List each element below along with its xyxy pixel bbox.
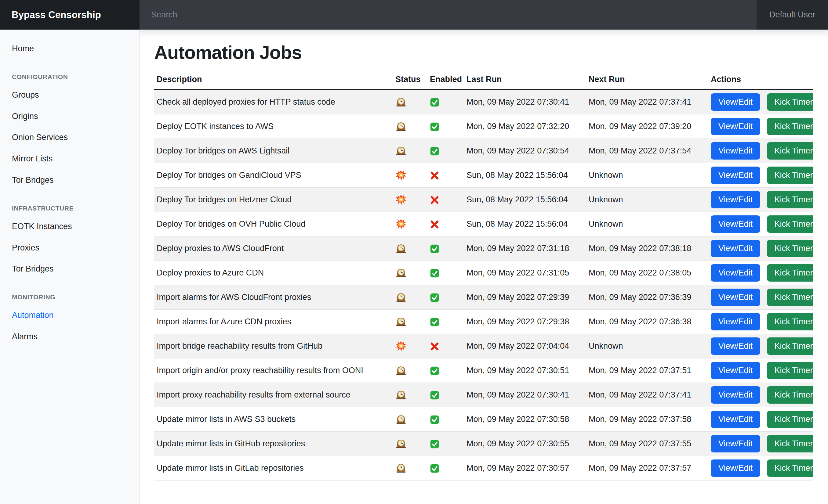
view-edit-button[interactable]: View/Edit <box>711 289 760 306</box>
kick-timer-button[interactable]: Kick Timer <box>767 142 813 159</box>
job-actions-cell: View/Edit Kick Timer <box>707 383 813 407</box>
job-last-run: Mon, 09 May 2022 07:32:20 <box>463 114 585 139</box>
view-edit-button[interactable]: View/Edit <box>711 167 760 184</box>
sidebar-item-proxies[interactable]: Proxies <box>12 237 139 259</box>
clock-icon <box>396 316 407 327</box>
view-edit-button[interactable]: View/Edit <box>711 337 760 355</box>
sidebar: Home CONFIGURATION Groups Origins Onion … <box>0 30 139 504</box>
clock-icon <box>396 414 407 425</box>
view-edit-button[interactable]: View/Edit <box>711 313 760 330</box>
view-edit-button[interactable]: View/Edit <box>711 459 760 477</box>
job-actions-cell: View/Edit Kick Timer <box>707 163 813 188</box>
sidebar-item-eotk-instances[interactable]: EOTK Instances <box>12 216 139 237</box>
job-description: Import bridge reachability results from … <box>154 334 392 359</box>
column-header-enabled: Enabled <box>426 72 463 90</box>
sidebar-item-tor-bridges[interactable]: Tor Bridges <box>12 170 139 191</box>
sidebar-item-origins[interactable]: Origins <box>12 106 139 127</box>
job-status-cell <box>392 114 426 139</box>
kick-timer-button[interactable]: Kick Timer <box>767 167 813 184</box>
kick-timer-button[interactable]: Kick Timer <box>767 313 813 330</box>
job-enabled-cell <box>426 310 463 334</box>
kick-timer-button[interactable]: Kick Timer <box>767 411 813 428</box>
job-next-run: Unknown <box>585 334 707 359</box>
view-edit-button[interactable]: View/Edit <box>711 362 760 379</box>
user-menu[interactable]: Default User <box>756 0 828 30</box>
brand-link[interactable]: Bypass Censorship <box>0 0 139 30</box>
kick-timer-button[interactable]: Kick Timer <box>767 459 813 477</box>
job-description: Deploy Tor bridges on GandiCloud VPS <box>154 163 392 188</box>
job-next-run: Unknown <box>585 163 707 188</box>
kick-timer-button[interactable]: Kick Timer <box>767 386 813 404</box>
table-row: Deploy Tor bridges on OVH Public Cloud S… <box>154 212 813 236</box>
job-last-run: Mon, 09 May 2022 07:31:18 <box>463 236 585 261</box>
job-status-cell <box>392 310 426 334</box>
table-row: Update mirror lists in AWS S3 buckets Mo… <box>154 407 813 432</box>
view-edit-button[interactable]: View/Edit <box>711 264 760 282</box>
clock-icon <box>396 462 407 474</box>
kick-timer-button[interactable]: Kick Timer <box>767 93 813 111</box>
table-row: Import bridge reachability results from … <box>154 334 813 359</box>
job-last-run: Mon, 09 May 2022 07:30:41 <box>463 383 585 407</box>
job-last-run: Sun, 08 May 2022 15:56:04 <box>463 163 585 188</box>
job-enabled-cell <box>426 114 463 139</box>
job-description: Deploy EOTK instances to AWS <box>154 114 392 139</box>
job-actions-cell: View/Edit Kick Timer <box>707 212 813 236</box>
job-status-cell <box>392 334 426 359</box>
kick-timer-button[interactable]: Kick Timer <box>767 215 813 233</box>
kick-timer-button[interactable]: Kick Timer <box>767 240 813 257</box>
job-last-run: Mon, 09 May 2022 07:30:54 <box>463 139 585 163</box>
table-row: Import alarms for AWS CloudFront proxies… <box>154 285 813 310</box>
job-enabled-cell <box>426 285 463 310</box>
kick-timer-button[interactable]: Kick Timer <box>767 362 813 379</box>
job-description: Update mirror lists in GitLab repositori… <box>154 456 392 480</box>
kick-timer-button[interactable]: Kick Timer <box>767 118 813 135</box>
job-actions-cell: View/Edit Kick Timer <box>707 114 813 139</box>
kick-timer-button[interactable]: Kick Timer <box>767 289 813 306</box>
view-edit-button[interactable]: View/Edit <box>711 191 760 209</box>
job-actions-cell: View/Edit Kick Timer <box>707 456 813 480</box>
sidebar-item-groups[interactable]: Groups <box>12 85 139 106</box>
sidebar-item-home[interactable]: Home <box>12 38 139 59</box>
kick-timer-button[interactable]: Kick Timer <box>767 337 813 355</box>
job-actions-cell: View/Edit Kick Timer <box>707 188 813 212</box>
clock-icon <box>396 292 407 303</box>
kick-timer-button[interactable]: Kick Timer <box>767 191 813 209</box>
collision-icon <box>396 170 407 181</box>
check-icon <box>430 269 439 278</box>
job-next-run: Mon, 09 May 2022 07:38:18 <box>585 236 707 261</box>
view-edit-button[interactable]: View/Edit <box>711 118 760 135</box>
view-edit-button[interactable]: View/Edit <box>711 411 760 428</box>
job-last-run: Mon, 09 May 2022 07:31:05 <box>463 261 585 285</box>
clock-icon <box>396 145 407 156</box>
jobs-table-body: Check all deployed proxies for HTTP stat… <box>154 90 813 480</box>
sidebar-item-tor-bridges-infra[interactable]: Tor Bridges <box>12 259 139 280</box>
view-edit-button[interactable]: View/Edit <box>711 93 760 111</box>
table-row: Deploy Tor bridges on GandiCloud VPS Sun… <box>154 163 813 188</box>
view-edit-button[interactable]: View/Edit <box>711 240 760 257</box>
view-edit-button[interactable]: View/Edit <box>711 142 760 159</box>
kick-timer-button[interactable]: Kick Timer <box>767 435 813 452</box>
job-last-run: Mon, 09 May 2022 07:30:55 <box>463 432 585 456</box>
search-input[interactable] <box>139 0 756 30</box>
view-edit-button[interactable]: View/Edit <box>711 435 760 452</box>
sidebar-item-mirror-lists[interactable]: Mirror Lists <box>12 148 139 170</box>
job-enabled-cell <box>426 359 463 383</box>
check-icon <box>430 366 439 375</box>
table-row: Deploy proxies to AWS CloudFront Mon, 09… <box>154 236 813 261</box>
job-enabled-cell <box>426 334 463 359</box>
sidebar-item-onion-services[interactable]: Onion Services <box>12 127 139 148</box>
kick-timer-button[interactable]: Kick Timer <box>767 264 813 282</box>
job-actions-cell: View/Edit Kick Timer <box>707 261 813 285</box>
view-edit-button[interactable]: View/Edit <box>711 215 760 233</box>
job-status-cell <box>392 285 426 310</box>
check-icon <box>430 391 439 400</box>
job-actions-cell: View/Edit Kick Timer <box>707 359 813 383</box>
check-icon <box>430 439 439 449</box>
clock-icon <box>396 389 407 401</box>
sidebar-item-automation[interactable]: Automation <box>12 305 139 326</box>
view-edit-button[interactable]: View/Edit <box>711 386 760 404</box>
clock-icon <box>396 243 407 254</box>
sidebar-item-alarms[interactable]: Alarms <box>12 326 139 348</box>
table-row: Deploy EOTK instances to AWS Mon, 09 May… <box>154 114 813 139</box>
collision-icon <box>396 194 407 205</box>
